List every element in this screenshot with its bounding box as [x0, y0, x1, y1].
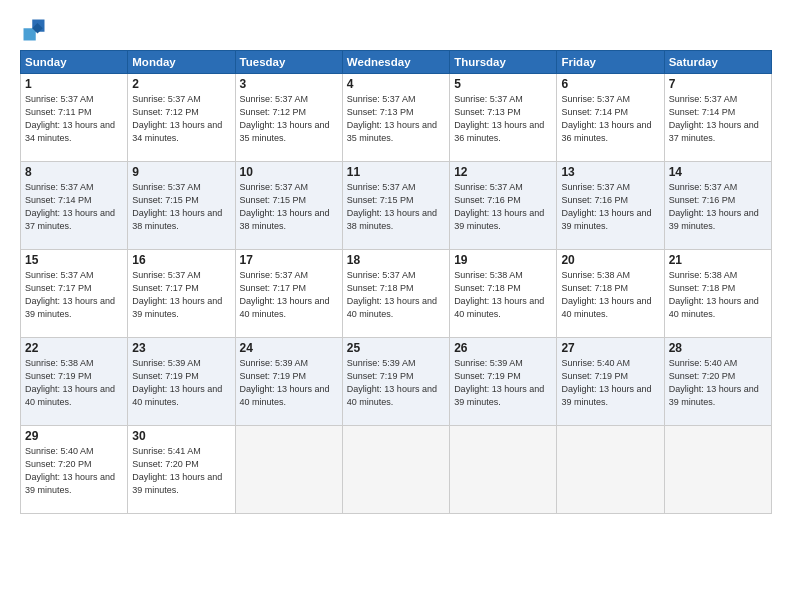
day-info: Sunrise: 5:37 AM Sunset: 7:14 PM Dayligh…	[25, 181, 123, 233]
day-info: Sunrise: 5:38 AM Sunset: 7:18 PM Dayligh…	[561, 269, 659, 321]
day-info: Sunrise: 5:39 AM Sunset: 7:19 PM Dayligh…	[132, 357, 230, 409]
weekday-sunday: Sunday	[21, 51, 128, 74]
weekday-friday: Friday	[557, 51, 664, 74]
calendar-cell: 1 Sunrise: 5:37 AM Sunset: 7:11 PM Dayli…	[21, 74, 128, 162]
day-number: 24	[240, 341, 338, 355]
calendar-cell: 6 Sunrise: 5:37 AM Sunset: 7:14 PM Dayli…	[557, 74, 664, 162]
weekday-header-row: SundayMondayTuesdayWednesdayThursdayFrid…	[21, 51, 772, 74]
day-number: 14	[669, 165, 767, 179]
header	[20, 16, 772, 44]
day-number: 13	[561, 165, 659, 179]
day-number: 21	[669, 253, 767, 267]
day-number: 30	[132, 429, 230, 443]
calendar-cell: 18 Sunrise: 5:37 AM Sunset: 7:18 PM Dayl…	[342, 250, 449, 338]
calendar-cell: 13 Sunrise: 5:37 AM Sunset: 7:16 PM Dayl…	[557, 162, 664, 250]
calendar-cell: 3 Sunrise: 5:37 AM Sunset: 7:12 PM Dayli…	[235, 74, 342, 162]
weekday-saturday: Saturday	[664, 51, 771, 74]
calendar-week-4: 22 Sunrise: 5:38 AM Sunset: 7:19 PM Dayl…	[21, 338, 772, 426]
day-info: Sunrise: 5:37 AM Sunset: 7:12 PM Dayligh…	[132, 93, 230, 145]
calendar-cell: 11 Sunrise: 5:37 AM Sunset: 7:15 PM Dayl…	[342, 162, 449, 250]
day-number: 18	[347, 253, 445, 267]
day-number: 1	[25, 77, 123, 91]
calendar-cell: 21 Sunrise: 5:38 AM Sunset: 7:18 PM Dayl…	[664, 250, 771, 338]
logo	[20, 16, 52, 44]
day-number: 10	[240, 165, 338, 179]
calendar-cell: 14 Sunrise: 5:37 AM Sunset: 7:16 PM Dayl…	[664, 162, 771, 250]
day-number: 25	[347, 341, 445, 355]
day-number: 11	[347, 165, 445, 179]
calendar-cell: 8 Sunrise: 5:37 AM Sunset: 7:14 PM Dayli…	[21, 162, 128, 250]
calendar-cell: 29 Sunrise: 5:40 AM Sunset: 7:20 PM Dayl…	[21, 426, 128, 514]
weekday-monday: Monday	[128, 51, 235, 74]
calendar-cell: 7 Sunrise: 5:37 AM Sunset: 7:14 PM Dayli…	[664, 74, 771, 162]
day-info: Sunrise: 5:37 AM Sunset: 7:16 PM Dayligh…	[561, 181, 659, 233]
calendar-cell: 10 Sunrise: 5:37 AM Sunset: 7:15 PM Dayl…	[235, 162, 342, 250]
calendar-cell: 19 Sunrise: 5:38 AM Sunset: 7:18 PM Dayl…	[450, 250, 557, 338]
day-info: Sunrise: 5:37 AM Sunset: 7:16 PM Dayligh…	[454, 181, 552, 233]
svg-marker-1	[24, 28, 36, 40]
calendar-week-5: 29 Sunrise: 5:40 AM Sunset: 7:20 PM Dayl…	[21, 426, 772, 514]
calendar-cell: 27 Sunrise: 5:40 AM Sunset: 7:19 PM Dayl…	[557, 338, 664, 426]
calendar-cell: 12 Sunrise: 5:37 AM Sunset: 7:16 PM Dayl…	[450, 162, 557, 250]
day-number: 22	[25, 341, 123, 355]
calendar-cell: 24 Sunrise: 5:39 AM Sunset: 7:19 PM Dayl…	[235, 338, 342, 426]
day-info: Sunrise: 5:39 AM Sunset: 7:19 PM Dayligh…	[347, 357, 445, 409]
day-number: 23	[132, 341, 230, 355]
day-number: 28	[669, 341, 767, 355]
calendar-week-3: 15 Sunrise: 5:37 AM Sunset: 7:17 PM Dayl…	[21, 250, 772, 338]
calendar-cell: 22 Sunrise: 5:38 AM Sunset: 7:19 PM Dayl…	[21, 338, 128, 426]
calendar-cell: 23 Sunrise: 5:39 AM Sunset: 7:19 PM Dayl…	[128, 338, 235, 426]
calendar-cell: 25 Sunrise: 5:39 AM Sunset: 7:19 PM Dayl…	[342, 338, 449, 426]
day-info: Sunrise: 5:37 AM Sunset: 7:16 PM Dayligh…	[669, 181, 767, 233]
calendar-table: SundayMondayTuesdayWednesdayThursdayFrid…	[20, 50, 772, 514]
day-info: Sunrise: 5:40 AM Sunset: 7:20 PM Dayligh…	[669, 357, 767, 409]
day-number: 3	[240, 77, 338, 91]
day-info: Sunrise: 5:40 AM Sunset: 7:19 PM Dayligh…	[561, 357, 659, 409]
day-number: 2	[132, 77, 230, 91]
weekday-thursday: Thursday	[450, 51, 557, 74]
calendar-cell: 4 Sunrise: 5:37 AM Sunset: 7:13 PM Dayli…	[342, 74, 449, 162]
day-info: Sunrise: 5:39 AM Sunset: 7:19 PM Dayligh…	[454, 357, 552, 409]
day-info: Sunrise: 5:37 AM Sunset: 7:15 PM Dayligh…	[240, 181, 338, 233]
calendar-cell: 2 Sunrise: 5:37 AM Sunset: 7:12 PM Dayli…	[128, 74, 235, 162]
day-number: 6	[561, 77, 659, 91]
calendar-cell	[342, 426, 449, 514]
day-number: 12	[454, 165, 552, 179]
day-number: 7	[669, 77, 767, 91]
day-info: Sunrise: 5:38 AM Sunset: 7:18 PM Dayligh…	[669, 269, 767, 321]
day-info: Sunrise: 5:37 AM Sunset: 7:18 PM Dayligh…	[347, 269, 445, 321]
day-info: Sunrise: 5:37 AM Sunset: 7:13 PM Dayligh…	[454, 93, 552, 145]
calendar-week-2: 8 Sunrise: 5:37 AM Sunset: 7:14 PM Dayli…	[21, 162, 772, 250]
calendar-cell: 5 Sunrise: 5:37 AM Sunset: 7:13 PM Dayli…	[450, 74, 557, 162]
calendar-cell	[557, 426, 664, 514]
day-info: Sunrise: 5:37 AM Sunset: 7:14 PM Dayligh…	[561, 93, 659, 145]
day-info: Sunrise: 5:37 AM Sunset: 7:11 PM Dayligh…	[25, 93, 123, 145]
day-number: 26	[454, 341, 552, 355]
day-number: 19	[454, 253, 552, 267]
day-number: 16	[132, 253, 230, 267]
day-info: Sunrise: 5:38 AM Sunset: 7:18 PM Dayligh…	[454, 269, 552, 321]
day-info: Sunrise: 5:37 AM Sunset: 7:14 PM Dayligh…	[669, 93, 767, 145]
day-info: Sunrise: 5:37 AM Sunset: 7:17 PM Dayligh…	[25, 269, 123, 321]
calendar-cell: 9 Sunrise: 5:37 AM Sunset: 7:15 PM Dayli…	[128, 162, 235, 250]
calendar-cell	[450, 426, 557, 514]
day-number: 29	[25, 429, 123, 443]
calendar-cell: 30 Sunrise: 5:41 AM Sunset: 7:20 PM Dayl…	[128, 426, 235, 514]
logo-icon	[20, 16, 48, 44]
day-info: Sunrise: 5:38 AM Sunset: 7:19 PM Dayligh…	[25, 357, 123, 409]
day-info: Sunrise: 5:39 AM Sunset: 7:19 PM Dayligh…	[240, 357, 338, 409]
calendar-cell: 20 Sunrise: 5:38 AM Sunset: 7:18 PM Dayl…	[557, 250, 664, 338]
day-info: Sunrise: 5:37 AM Sunset: 7:15 PM Dayligh…	[347, 181, 445, 233]
weekday-tuesday: Tuesday	[235, 51, 342, 74]
day-number: 9	[132, 165, 230, 179]
day-number: 5	[454, 77, 552, 91]
day-number: 17	[240, 253, 338, 267]
calendar-week-1: 1 Sunrise: 5:37 AM Sunset: 7:11 PM Dayli…	[21, 74, 772, 162]
day-info: Sunrise: 5:37 AM Sunset: 7:17 PM Dayligh…	[240, 269, 338, 321]
day-info: Sunrise: 5:40 AM Sunset: 7:20 PM Dayligh…	[25, 445, 123, 497]
day-number: 15	[25, 253, 123, 267]
day-number: 27	[561, 341, 659, 355]
day-number: 4	[347, 77, 445, 91]
day-info: Sunrise: 5:37 AM Sunset: 7:17 PM Dayligh…	[132, 269, 230, 321]
weekday-wednesday: Wednesday	[342, 51, 449, 74]
